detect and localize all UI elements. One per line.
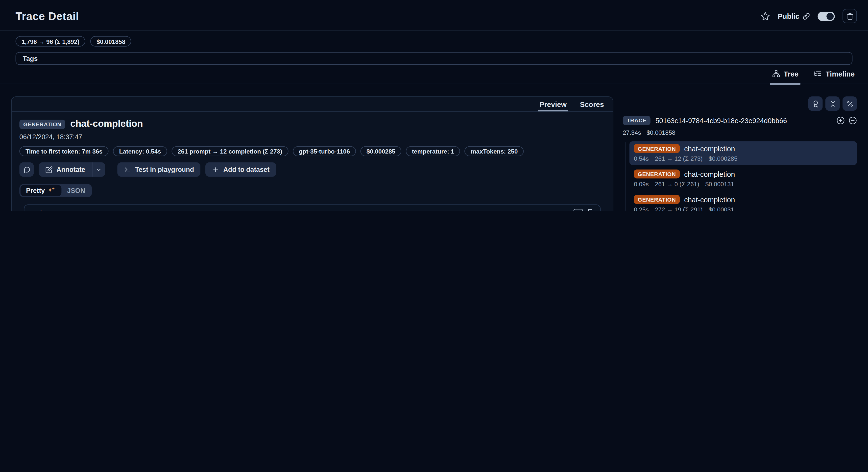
trace-detail-page: Trace Detail Public 1,796 → 96 (Σ 1,892)… (0, 0, 868, 211)
observation-row[interactable]: GENERATION chat-completion 0.25s 272 → 1… (629, 192, 857, 211)
timeline-icon (814, 70, 822, 78)
annotate-dropdown-button[interactable] (92, 163, 105, 177)
observation-latency: 0.54s (634, 155, 649, 162)
circle-plus-icon[interactable] (836, 116, 845, 125)
collapse-all-button[interactable] (826, 96, 840, 111)
trace-type-badge: TRACE (623, 116, 651, 125)
award-icon (812, 100, 819, 107)
message-header: system M↓ (24, 205, 600, 211)
tab-timeline-label: Timeline (826, 69, 855, 78)
public-toggle[interactable] (817, 11, 835, 21)
public-link[interactable]: Public (778, 12, 810, 20)
page-title: Trace Detail (16, 10, 79, 22)
ttft-badge: Time to first token: 7m 36s (19, 146, 108, 156)
test-in-playground-button[interactable]: Test in playground (117, 163, 201, 177)
trace-root-metrics: 27.34s $0.001858 (623, 129, 857, 136)
latency-badge: Latency: 0.54s (113, 146, 167, 156)
observation-preview-card: Preview Scores GENERATION chat-completio… (11, 96, 613, 211)
add-to-dataset-button[interactable]: Add to dataset (206, 163, 276, 177)
add-to-dataset-label: Add to dataset (223, 166, 270, 173)
plus-icon (212, 166, 219, 173)
observation-tokens: 272 → 19 (Σ 291) (655, 206, 703, 211)
top-bar: Trace Detail Public (0, 0, 868, 30)
test-in-playground-label: Test in playground (135, 166, 194, 173)
delete-button[interactable] (842, 9, 857, 23)
markdown-icon[interactable]: M↓ (574, 208, 583, 211)
metrics-toggle-button[interactable] (842, 96, 857, 111)
observation-tokens: 261 → 0 (Σ 261) (655, 180, 699, 187)
observation-cost: $0.000285 (709, 155, 737, 162)
tab-tree-label: Tree (784, 69, 799, 78)
annotate-split-button: Annotate (39, 163, 105, 177)
generation-header: GENERATION chat-completion (19, 119, 605, 130)
observation-row[interactable]: GENERATION chat-completion 0.54s 261 → 1… (629, 141, 857, 165)
main-region: Preview Scores GENERATION chat-completio… (0, 84, 868, 211)
tree-panel-toolbar (623, 96, 857, 111)
observation-cost: $0.000131 (705, 180, 734, 187)
trace-duration: 27.34s (623, 129, 641, 136)
observation-tokens: 261 → 12 (Σ 273) (655, 155, 703, 162)
tab-scores[interactable]: Scores (579, 97, 605, 112)
generation-type-badge: GENERATION (19, 119, 65, 129)
percent-icon (846, 100, 854, 107)
observation-name: chat-completion (684, 144, 735, 153)
observation-tree: GENERATION chat-completion 0.54s 261 → 1… (623, 141, 857, 211)
terminal-icon (124, 166, 131, 173)
observation-name: chat-completion (684, 170, 735, 178)
generation-actions: Annotate Test in playground (19, 163, 605, 177)
link-icon (803, 12, 810, 20)
circle-minus-icon[interactable] (849, 116, 857, 125)
message-list: system M↓ You are a voice assistant for … (24, 205, 600, 211)
observation-name: chat-completion (684, 196, 735, 204)
public-label: Public (778, 12, 799, 20)
gen-cost-badge: $0.000285 (361, 146, 402, 156)
comment-button[interactable] (19, 163, 34, 177)
generation-meta-badges: Time to first token: 7m 36s Latency: 0.5… (19, 146, 605, 156)
generation-type-badge: GENERATION (634, 144, 680, 153)
fold-vertical-icon (829, 100, 836, 107)
trash-icon (846, 12, 854, 20)
annotate-button[interactable]: Annotate (39, 163, 92, 177)
model-badge: gpt-35-turbo-1106 (293, 146, 356, 156)
format-json-button[interactable]: JSON (62, 185, 91, 196)
observation-latency: 0.09s (634, 180, 649, 187)
chevron-down-icon (96, 167, 102, 173)
format-pretty-label: Pretty (26, 187, 45, 195)
format-json-label: JSON (67, 187, 85, 195)
toggle-knob (827, 12, 834, 20)
message-role: system (30, 209, 51, 211)
tags-bar[interactable]: Tags (16, 52, 852, 65)
sparkles-icon: ✦✦ (48, 187, 56, 193)
generation-name: chat-completion (70, 119, 143, 130)
generation-type-badge: GENERATION (634, 170, 680, 179)
tab-timeline[interactable]: Timeline (813, 68, 856, 84)
tree-zoom-controls (836, 116, 857, 125)
trace-id: 50163c14-9784-4cb9-b18e-23e924d0bb66 (655, 117, 787, 124)
format-pretty-button[interactable]: Pretty ✦✦ (21, 185, 62, 196)
maxtokens-badge: maxTokens: 250 (465, 146, 524, 156)
observation-latency: 0.25s (634, 206, 649, 211)
tab-tree[interactable]: Tree (771, 68, 800, 84)
trace-tree-panel: TRACE 50163c14-9784-4cb9-b18e-23e924d0bb… (623, 96, 857, 211)
scores-toggle-button[interactable] (808, 96, 823, 111)
token-usage-badge: 1,796 → 96 (Σ 1,892) (16, 36, 86, 47)
cost-badge: $0.001858 (91, 36, 132, 47)
temperature-badge: temperature: 1 (406, 146, 460, 156)
edit-icon (45, 166, 53, 173)
observation-row[interactable]: GENERATION chat-completion 0.09s 261 → 0… (629, 167, 857, 190)
generation-timestamp: 06/12/2024, 18:37:47 (19, 133, 605, 141)
trace-root-row[interactable]: TRACE 50163c14-9784-4cb9-b18e-23e924d0bb… (623, 116, 857, 125)
copy-icon[interactable] (588, 209, 595, 211)
top-actions: Public (761, 9, 857, 23)
tags-label: Tags (23, 55, 38, 62)
star-icon[interactable] (761, 11, 770, 21)
tree-icon (772, 70, 780, 78)
format-toggle: Pretty ✦✦ JSON (19, 184, 92, 197)
generation-type-badge: GENERATION (634, 195, 680, 204)
tokens-badge: 261 prompt → 12 completion (Σ 273) (172, 146, 288, 156)
tab-preview[interactable]: Preview (538, 97, 568, 112)
message-system: system M↓ You are a voice assistant for … (24, 205, 600, 211)
trace-summary-chips: 1,796 → 96 (Σ 1,892) $0.001858 (16, 36, 852, 47)
header-divider (0, 30, 868, 31)
comment-icon (23, 166, 30, 173)
